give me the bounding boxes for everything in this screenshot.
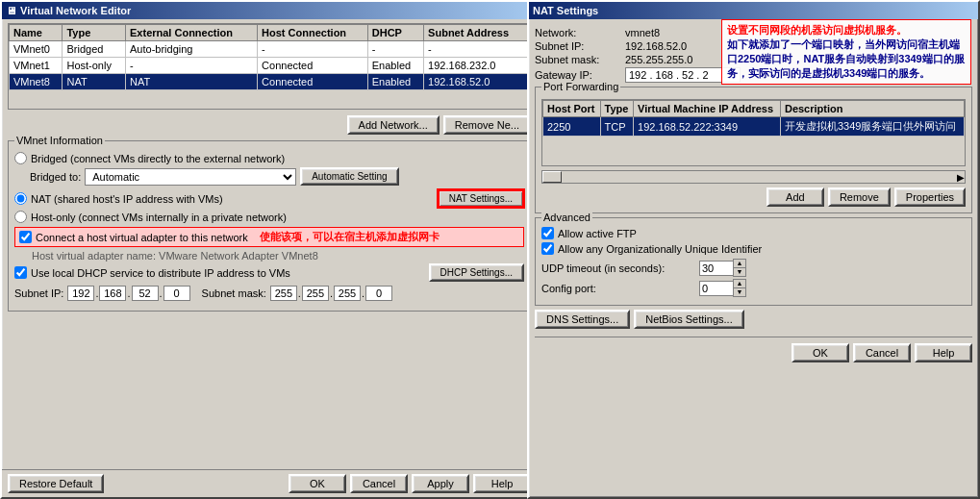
add-network-button[interactable]: Add Network... (347, 115, 440, 135)
adapter-checkbox[interactable] (19, 231, 32, 243)
cell-name: VMnet0 (10, 41, 63, 58)
pf-col-port: Host Port (543, 101, 601, 117)
udp-input[interactable] (699, 261, 733, 276)
help-button[interactable]: Help (473, 474, 531, 493)
dhcp-settings-button[interactable]: DHCP Settings... (429, 263, 524, 282)
adapter-label: Connect a host virtual adapter to this n… (36, 232, 248, 243)
subnet-mask-octet4[interactable] (365, 286, 392, 301)
vne-title: Virtual Network Editor (20, 5, 131, 16)
udp-down[interactable]: ▼ (734, 267, 745, 276)
udp-up[interactable]: ▲ (734, 260, 745, 267)
cell-external: Auto-bridging (126, 41, 258, 58)
subnet-ip-octet2[interactable] (99, 286, 126, 301)
table-row[interactable]: VMnet0 Bridged Auto-bridging - - - (10, 41, 530, 58)
pf-cell-vmip: 192.168.52.222:3349 (634, 117, 781, 137)
bridged-to-dropdown[interactable]: Automatic (85, 168, 296, 186)
config-up[interactable]: ▲ (734, 280, 745, 287)
dns-settings-button[interactable]: DNS Settings... (535, 310, 630, 329)
vne-title-bar: 🖥 Virtual Network Editor (2, 2, 537, 19)
pf-scrollbar-thumb[interactable] (542, 171, 562, 183)
bridged-radio-row: Bridged (connect VMs directly to the ext… (14, 152, 524, 164)
pf-scrollbar-h[interactable]: ▶ (541, 170, 966, 184)
nat-ok-button[interactable]: OK (792, 343, 849, 362)
bridged-radio[interactable] (14, 152, 27, 164)
advanced-group: Advanced Allow active FTP Allow any Orga… (535, 217, 972, 306)
subnet-mask-input: . . . (270, 286, 392, 301)
vmnet-info-group: VMnet Information Bridged (connect VMs d… (8, 140, 531, 312)
pf-cell-port: 2250 (543, 117, 601, 137)
ok-button[interactable]: OK (289, 474, 346, 493)
pf-cell-desc: 开发虚拟机3349服务端口供外网访问 (780, 117, 964, 137)
adapter-name-label: Host virtual adapter name: VMware Networ… (32, 250, 524, 262)
dhcp-checkbox[interactable] (14, 266, 27, 279)
config-port-label: Config port: (541, 283, 695, 294)
pf-properties-button[interactable]: Properties (894, 187, 966, 207)
subnet-mask-octet2[interactable] (302, 286, 329, 301)
subnet-mask-label: Subnet mask: (202, 287, 266, 299)
hostonly-radio[interactable] (14, 211, 27, 223)
nat-radio[interactable] (14, 192, 27, 205)
annotation-overlay: 设置不同网段的机器访问虚拟机服务。 如下就添加了一个端口映射，当外网访问宿主机端… (721, 19, 971, 85)
config-port-input[interactable] (699, 281, 733, 296)
cell-host: Connected (258, 74, 368, 90)
annotation-body: 如下就添加了一个端口映射，当外网访问宿主机端口2250端口时，NAT服务自动映射… (727, 37, 966, 81)
col-dhcp: DHCP (367, 25, 423, 41)
subnet-mask-octet1[interactable] (270, 286, 297, 301)
netbios-settings-button[interactable]: NetBios Settings... (634, 310, 744, 329)
network-table-container: Name Type External Connection Host Conne… (8, 23, 531, 110)
adapter-check-row: Connect a host virtual adapter to this n… (14, 227, 524, 247)
cell-subnet: 192.168.52.0 (424, 74, 530, 90)
gateway-ip-label: Gateway IP: (535, 69, 621, 81)
bridged-to-label: Bridged to: (30, 171, 81, 183)
nat-title-bar: NAT Settings (529, 2, 978, 19)
subnet-ip-octet4[interactable] (163, 286, 190, 301)
subnet-mask-octet3[interactable] (334, 286, 361, 301)
cell-type: NAT (63, 74, 126, 90)
network-label: Network: (535, 27, 621, 38)
nat-subnet-ip-label: Subnet IP: (535, 40, 621, 52)
cell-type: Host-only (63, 58, 126, 74)
org-checkbox[interactable] (541, 242, 554, 255)
nat-settings-button[interactable]: NAT Settings... (438, 189, 524, 208)
port-fwd-container: Host Port Type Virtual Machine IP Addres… (541, 99, 966, 166)
config-down[interactable]: ▼ (734, 287, 745, 296)
advanced-label: Advanced (541, 212, 592, 223)
remove-network-button[interactable]: Remove Ne... (443, 115, 531, 135)
org-label: Allow any Organizationally Unique Identi… (558, 243, 762, 255)
port-forwarding-group: Port Forwarding Host Port Type Virtual M… (535, 87, 972, 213)
subnet-ip-octet1[interactable] (67, 286, 94, 301)
udp-spinner-controls: ▲ ▼ (733, 259, 746, 277)
subnet-ip-input: . . . (67, 286, 189, 301)
pf-remove-button[interactable]: Remove (828, 187, 891, 207)
udp-label: UDP timeout (in seconds): (541, 262, 695, 274)
nat-window: NAT Settings 设置不同网段的机器访问虚拟机服务。 如下就添加了一个端… (527, 0, 980, 499)
nat-help-button[interactable]: Help (915, 343, 972, 362)
ftp-check-row: Allow active FTP (541, 227, 966, 239)
pf-add-button[interactable]: Add (766, 187, 824, 207)
restore-default-button[interactable]: Restore Default (8, 474, 104, 493)
scrollbar-right-arrow[interactable]: ▶ (957, 172, 965, 183)
nat-title: NAT Settings (533, 5, 598, 16)
apply-button[interactable]: Apply (412, 474, 469, 493)
vne-icon: 🖥 (6, 5, 16, 16)
table-row[interactable]: VMnet1 Host-only - Connected Enabled 192… (10, 58, 530, 74)
cell-dhcp: - (367, 41, 423, 58)
automatic-setting-button[interactable]: Automatic Setting (300, 167, 398, 186)
network-value: vmnet8 (625, 27, 660, 38)
table-row-selected[interactable]: VMnet8 NAT NAT Connected Enabled 192.168… (10, 74, 530, 90)
annotation-title: 设置不同网段的机器访问虚拟机服务。 (727, 23, 966, 37)
ftp-checkbox[interactable] (541, 227, 554, 239)
port-fwd-label: Port Forwarding (541, 81, 620, 92)
cell-name: VMnet1 (10, 58, 63, 74)
cell-dhcp: Enabled (367, 74, 423, 90)
subnet-ip-label: Subnet IP: (14, 287, 63, 299)
hostonly-label: Host-only (connect VMs internally in a p… (31, 212, 287, 223)
col-host: Host Connection (258, 25, 368, 41)
nat-subnet-mask-value: 255.255.255.0 (625, 54, 692, 65)
nat-cancel-button[interactable]: Cancel (853, 343, 911, 362)
network-table: Name Type External Connection Host Conne… (9, 24, 530, 90)
subnet-ip-octet3[interactable] (132, 286, 159, 301)
pf-col-vmip: Virtual Machine IP Address (634, 101, 781, 117)
pf-table-row[interactable]: 2250 TCP 192.168.52.222:3349 开发虚拟机3349服务… (543, 117, 965, 137)
cancel-button[interactable]: Cancel (350, 474, 408, 493)
